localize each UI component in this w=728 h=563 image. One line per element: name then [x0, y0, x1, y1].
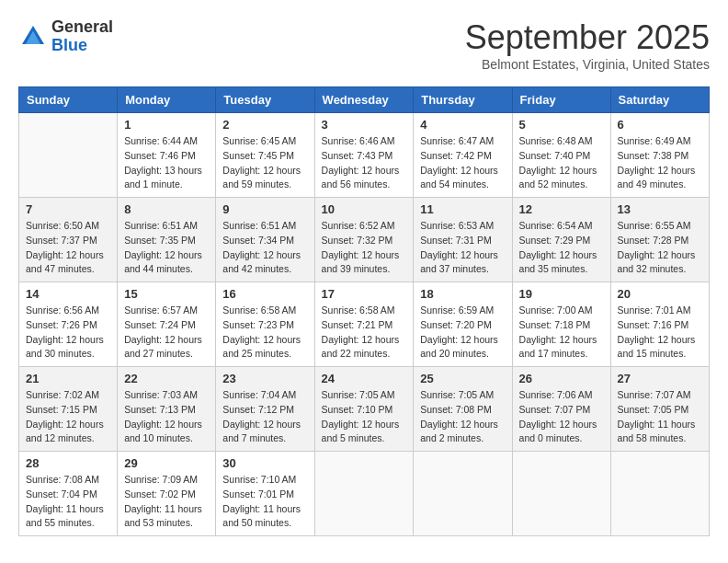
day-number: 22: [124, 372, 209, 385]
day-number: 6: [618, 118, 702, 132]
calendar-cell: 24Sunrise: 7:05 AM Sunset: 7:10 PM Dayli…: [314, 367, 414, 452]
calendar-week-row: 14Sunrise: 6:56 AM Sunset: 7:26 PM Dayli…: [19, 282, 710, 367]
day-number: 25: [420, 372, 505, 385]
day-info: Sunrise: 6:58 AM Sunset: 7:21 PM Dayligh…: [322, 304, 407, 362]
day-number: 23: [222, 372, 307, 385]
day-info: Sunrise: 7:10 AM Sunset: 7:01 PM Dayligh…: [222, 473, 307, 531]
day-number: 4: [420, 118, 505, 132]
calendar-cell: 17Sunrise: 6:58 AM Sunset: 7:21 PM Dayli…: [314, 282, 414, 367]
column-header-monday: Monday: [118, 87, 216, 113]
calendar-cell: 2Sunrise: 6:45 AM Sunset: 7:45 PM Daylig…: [216, 113, 314, 198]
calendar-cell: 28Sunrise: 7:08 AM Sunset: 7:04 PM Dayli…: [19, 452, 118, 536]
calendar-cell: 5Sunrise: 6:48 AM Sunset: 7:40 PM Daylig…: [512, 113, 610, 198]
day-info: Sunrise: 7:05 AM Sunset: 7:08 PM Dayligh…: [420, 388, 505, 446]
calendar-cell: 13Sunrise: 6:55 AM Sunset: 7:28 PM Dayli…: [610, 198, 709, 282]
calendar-cell: 16Sunrise: 6:58 AM Sunset: 7:23 PM Dayli…: [216, 282, 314, 367]
location-subtitle: Belmont Estates, Virginia, United States: [465, 57, 710, 72]
day-info: Sunrise: 6:59 AM Sunset: 7:20 PM Dayligh…: [420, 304, 505, 362]
day-number: 10: [322, 202, 407, 216]
day-number: 15: [124, 287, 209, 301]
day-info: Sunrise: 6:46 AM Sunset: 7:43 PM Dayligh…: [322, 134, 407, 192]
calendar-week-row: 1Sunrise: 6:44 AM Sunset: 7:46 PM Daylig…: [19, 113, 710, 198]
day-info: Sunrise: 6:55 AM Sunset: 7:28 PM Dayligh…: [618, 219, 702, 277]
day-number: 18: [420, 287, 505, 301]
day-number: 21: [26, 372, 110, 385]
calendar-cell: [512, 452, 610, 536]
day-info: Sunrise: 6:54 AM Sunset: 7:29 PM Dayligh…: [519, 219, 604, 277]
day-number: 26: [519, 372, 604, 385]
day-number: 2: [222, 118, 307, 132]
calendar-cell: 4Sunrise: 6:47 AM Sunset: 7:42 PM Daylig…: [414, 113, 512, 198]
calendar-week-row: 28Sunrise: 7:08 AM Sunset: 7:04 PM Dayli…: [19, 452, 710, 536]
calendar-cell: 8Sunrise: 6:51 AM Sunset: 7:35 PM Daylig…: [118, 198, 216, 282]
day-number: 11: [420, 202, 505, 216]
calendar-week-row: 21Sunrise: 7:02 AM Sunset: 7:15 PM Dayli…: [19, 367, 710, 452]
calendar-cell: 22Sunrise: 7:03 AM Sunset: 7:13 PM Dayli…: [118, 367, 216, 452]
calendar-cell: 29Sunrise: 7:09 AM Sunset: 7:02 PM Dayli…: [118, 452, 216, 536]
calendar-cell: 23Sunrise: 7:04 AM Sunset: 7:12 PM Dayli…: [216, 367, 314, 452]
calendar-cell: 20Sunrise: 7:01 AM Sunset: 7:16 PM Dayli…: [610, 282, 709, 367]
day-info: Sunrise: 6:48 AM Sunset: 7:40 PM Dayligh…: [519, 134, 604, 192]
calendar-cell: 10Sunrise: 6:52 AM Sunset: 7:32 PM Dayli…: [314, 198, 414, 282]
calendar-cell: 9Sunrise: 6:51 AM Sunset: 7:34 PM Daylig…: [216, 198, 314, 282]
calendar-cell: [414, 452, 512, 536]
day-number: 5: [519, 118, 604, 132]
logo: General Blue: [18, 18, 113, 55]
calendar-cell: 27Sunrise: 7:07 AM Sunset: 7:05 PM Dayli…: [610, 367, 709, 452]
calendar-cell: 19Sunrise: 7:00 AM Sunset: 7:18 PM Dayli…: [512, 282, 610, 367]
calendar-week-row: 7Sunrise: 6:50 AM Sunset: 7:37 PM Daylig…: [19, 198, 710, 282]
calendar-cell: 15Sunrise: 6:57 AM Sunset: 7:24 PM Dayli…: [118, 282, 216, 367]
day-number: 17: [322, 287, 407, 301]
column-header-tuesday: Tuesday: [216, 87, 314, 113]
column-header-wednesday: Wednesday: [314, 87, 414, 113]
day-number: 12: [519, 202, 604, 216]
day-number: 1: [124, 118, 209, 132]
column-header-sunday: Sunday: [19, 87, 118, 113]
month-title: September 2025: [465, 18, 710, 57]
day-info: Sunrise: 7:06 AM Sunset: 7:07 PM Dayligh…: [519, 388, 604, 446]
day-info: Sunrise: 7:00 AM Sunset: 7:18 PM Dayligh…: [519, 304, 604, 362]
logo-text: General Blue: [51, 18, 113, 55]
day-info: Sunrise: 6:51 AM Sunset: 7:34 PM Dayligh…: [222, 219, 307, 277]
day-number: 24: [322, 372, 407, 385]
logo-icon: [18, 22, 48, 52]
calendar-header-row: SundayMondayTuesdayWednesdayThursdayFrid…: [19, 87, 710, 113]
calendar-cell: 1Sunrise: 6:44 AM Sunset: 7:46 PM Daylig…: [118, 113, 216, 198]
day-number: 16: [222, 287, 307, 301]
day-info: Sunrise: 7:02 AM Sunset: 7:15 PM Dayligh…: [26, 388, 110, 446]
day-number: 8: [124, 202, 209, 216]
day-number: 19: [519, 287, 604, 301]
day-info: Sunrise: 7:07 AM Sunset: 7:05 PM Dayligh…: [618, 388, 702, 446]
day-info: Sunrise: 7:03 AM Sunset: 7:13 PM Dayligh…: [124, 388, 209, 446]
day-number: 7: [26, 202, 110, 216]
column-header-saturday: Saturday: [610, 87, 709, 113]
day-number: 29: [124, 456, 209, 470]
day-info: Sunrise: 6:50 AM Sunset: 7:37 PM Dayligh…: [26, 219, 110, 277]
title-block: September 2025 Belmont Estates, Virginia…: [465, 18, 710, 72]
calendar-cell: 25Sunrise: 7:05 AM Sunset: 7:08 PM Dayli…: [414, 367, 512, 452]
day-number: 20: [618, 287, 702, 301]
calendar-cell: 12Sunrise: 6:54 AM Sunset: 7:29 PM Dayli…: [512, 198, 610, 282]
day-info: Sunrise: 6:44 AM Sunset: 7:46 PM Dayligh…: [124, 134, 209, 192]
calendar-cell: [314, 452, 414, 536]
day-info: Sunrise: 7:09 AM Sunset: 7:02 PM Dayligh…: [124, 473, 209, 531]
calendar-cell: 11Sunrise: 6:53 AM Sunset: 7:31 PM Dayli…: [414, 198, 512, 282]
column-header-friday: Friday: [512, 87, 610, 113]
day-info: Sunrise: 6:45 AM Sunset: 7:45 PM Dayligh…: [222, 134, 307, 192]
calendar-cell: 30Sunrise: 7:10 AM Sunset: 7:01 PM Dayli…: [216, 452, 314, 536]
calendar-cell: 18Sunrise: 6:59 AM Sunset: 7:20 PM Dayli…: [414, 282, 512, 367]
day-number: 14: [26, 287, 110, 301]
calendar-cell: 7Sunrise: 6:50 AM Sunset: 7:37 PM Daylig…: [19, 198, 118, 282]
page-header: General Blue September 2025 Belmont Esta…: [18, 18, 710, 72]
day-info: Sunrise: 6:47 AM Sunset: 7:42 PM Dayligh…: [420, 134, 505, 192]
day-info: Sunrise: 6:52 AM Sunset: 7:32 PM Dayligh…: [322, 219, 407, 277]
calendar-cell: [19, 113, 118, 198]
calendar-table: SundayMondayTuesdayWednesdayThursdayFrid…: [18, 86, 710, 536]
day-info: Sunrise: 7:04 AM Sunset: 7:12 PM Dayligh…: [222, 388, 307, 446]
calendar-cell: [610, 452, 709, 536]
day-info: Sunrise: 6:58 AM Sunset: 7:23 PM Dayligh…: [222, 304, 307, 362]
day-info: Sunrise: 7:08 AM Sunset: 7:04 PM Dayligh…: [26, 473, 110, 531]
day-number: 28: [26, 456, 110, 470]
day-info: Sunrise: 6:49 AM Sunset: 7:38 PM Dayligh…: [618, 134, 702, 192]
day-number: 30: [222, 456, 307, 470]
